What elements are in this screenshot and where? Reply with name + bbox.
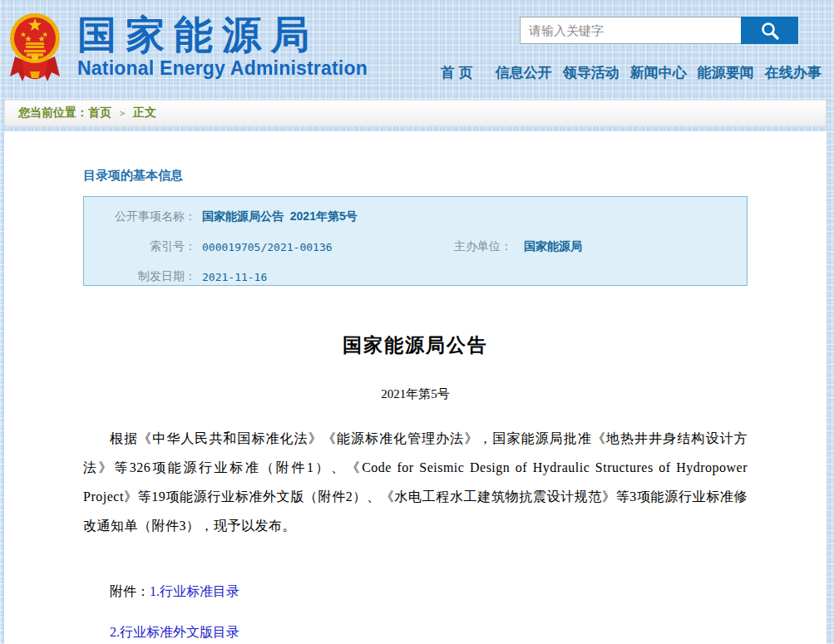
breadcrumb: 您当前位置： 首页 ＞ 正文 xyxy=(4,100,827,126)
breadcrumb-prefix: 您当前位置： xyxy=(18,106,88,120)
info-name-label: 公开事项名称： xyxy=(84,209,196,224)
breadcrumb-separator-icon: ＞ xyxy=(117,106,127,120)
nav-item-energy-news[interactable]: 能源要闻 xyxy=(698,63,754,82)
site-title: 国家能源局 xyxy=(77,13,368,57)
info-name-value: 国家能源局公告 2021年第5号 xyxy=(196,209,747,224)
info-date-value: 2021-11-16 xyxy=(196,271,747,283)
attachment-line-2: 2.行业标准外文版目录 xyxy=(83,624,748,642)
info-date-label: 制发日期： xyxy=(84,269,196,284)
nav-item-leader-activities[interactable]: 领导活动 xyxy=(563,63,619,82)
breadcrumb-home-link[interactable]: 首页 xyxy=(88,106,111,120)
main-nav: 首 页 信息公开 领导活动 新闻中心 能源要闻 在线办事 xyxy=(441,63,807,82)
nav-item-online-services[interactable]: 在线办事 xyxy=(765,63,822,82)
search-bar xyxy=(520,17,798,44)
breadcrumb-current: 正文 xyxy=(133,106,156,120)
search-button[interactable] xyxy=(741,17,798,44)
attachment-link-1[interactable]: 1.行业标准目录 xyxy=(150,584,239,598)
article-body: 根据《中华人民共和国标准化法》《能源标准化管理办法》，国家能源局批准《地热井井身… xyxy=(83,424,748,540)
nav-item-news-center[interactable]: 新闻中心 xyxy=(630,63,687,82)
brand-block: 国家能源局 National Energy Administration xyxy=(77,13,368,80)
info-box: 公开事项名称： 国家能源局公告 2021年第5号 索引号： 000019705/… xyxy=(83,196,748,286)
info-org-value: 国家能源局 xyxy=(512,239,747,254)
site-header: 国家能源局 National Energy Administration 首 页… xyxy=(0,0,834,100)
national-emblem-logo xyxy=(8,10,62,90)
attachment-link-2[interactable]: 2.行业标准外文版目录 xyxy=(110,625,239,639)
info-index-value: 000019705/2021-00136 xyxy=(196,241,437,253)
info-org-label: 主办单位： xyxy=(437,239,512,254)
info-index-label: 索引号： xyxy=(84,239,196,254)
article: 国家能源局公告 2021年第5号 根据《中华人民共和国标准化法》《能源标准化管理… xyxy=(83,332,748,644)
search-input[interactable] xyxy=(520,17,741,44)
attachment-line-1: 附件：1.行业标准目录 xyxy=(83,583,748,601)
content-panel: 目录项的基本信息 公开事项名称： 国家能源局公告 2021年第5号 索引号： 0… xyxy=(4,131,827,644)
search-icon xyxy=(760,21,780,41)
info-section-heading: 目录项的基本信息 xyxy=(83,168,748,184)
nav-item-home[interactable]: 首 页 xyxy=(441,63,473,82)
article-title: 国家能源局公告 xyxy=(83,332,748,358)
site-subtitle: National Energy Administration xyxy=(77,57,368,80)
attachments-label: 附件： xyxy=(110,584,150,598)
attachments-list: 附件：1.行业标准目录 2.行业标准外文版目录 3.行业标准修改通知单 xyxy=(83,583,748,644)
article-issue-number: 2021年第5号 xyxy=(83,386,748,402)
nav-item-info-disclosure[interactable]: 信息公开 xyxy=(496,63,552,82)
